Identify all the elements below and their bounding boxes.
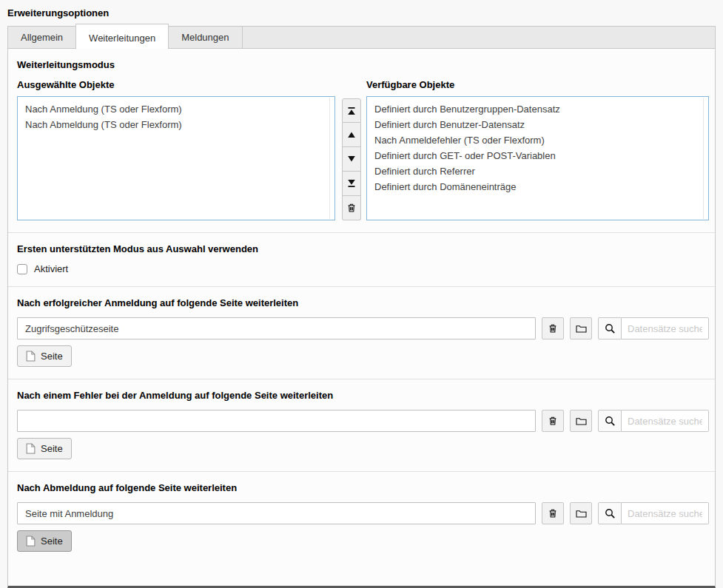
- move-to-top-icon: [347, 107, 356, 115]
- section-first-mode: Ersten unterstützten Modus aus Auswahl v…: [8, 233, 715, 287]
- folder-icon: [576, 509, 587, 518]
- clear-field-button[interactable]: [542, 410, 564, 432]
- record-search-group: [598, 502, 709, 524]
- selected-objects-label: Ausgewählte Objekte: [17, 79, 335, 90]
- folder-icon: [576, 416, 587, 425]
- first-mode-heading: Ersten unterstützten Modus aus Auswahl v…: [17, 243, 709, 254]
- redirect-after-error-heading: Nach einem Fehler bei der Anmeldung auf …: [17, 390, 709, 401]
- seite-button[interactable]: Seite: [17, 345, 72, 367]
- seite-button[interactable]: Seite: [17, 438, 72, 459]
- move-to-bottom-icon: [347, 179, 356, 188]
- clear-field-button[interactable]: [542, 317, 564, 339]
- record-search-group: [598, 410, 709, 432]
- move-to-bottom-button[interactable]: [342, 172, 361, 196]
- page-title: Erweiterungsoptionen: [7, 7, 716, 18]
- redirect-after-logout-input[interactable]: [17, 502, 536, 524]
- listbox-scrollbar[interactable]: [703, 98, 704, 219]
- redirect-after-error-input[interactable]: [17, 410, 536, 432]
- folder-icon: [576, 324, 587, 333]
- seite-button-label: Seite: [41, 535, 63, 547]
- search-button[interactable]: [598, 410, 622, 432]
- remove-item-button[interactable]: [342, 196, 361, 220]
- record-search-input[interactable]: [622, 317, 709, 339]
- section-redirect-after-logout: Nach Abmeldung auf folgende Seite weiter…: [8, 472, 715, 564]
- tab-allgemein[interactable]: Allgemein: [8, 27, 76, 48]
- list-item[interactable]: Nach Anmeldefehler (TS oder Flexform): [367, 132, 708, 148]
- list-item[interactable]: Definiert durch Benutzer-Datensatz: [367, 117, 708, 132]
- clear-field-button[interactable]: [542, 502, 564, 524]
- selected-objects-listbox[interactable]: Nach Anmeldung (TS oder Flexform) Nach A…: [17, 96, 335, 220]
- section-redirect-after-login: Nach erfolgreicher Anmeldung auf folgend…: [8, 287, 715, 379]
- list-item[interactable]: Definiert durch Benutzergruppen-Datensat…: [367, 101, 708, 117]
- browse-records-button[interactable]: [570, 502, 592, 524]
- seite-button[interactable]: Seite: [17, 530, 72, 552]
- trash-icon: [346, 203, 357, 213]
- record-search-input[interactable]: [622, 410, 709, 432]
- tab-meldungen[interactable]: Meldungen: [169, 27, 242, 48]
- seite-button-label: Seite: [41, 443, 63, 454]
- search-icon: [605, 323, 616, 334]
- page-icon: [26, 351, 36, 362]
- trash-icon: [548, 508, 558, 518]
- section-redirect-after-error: Nach einem Fehler bei der Anmeldung auf …: [8, 379, 715, 472]
- move-up-button[interactable]: [342, 123, 361, 147]
- tab-bar: Allgemein Weiterleitungen Meldungen: [7, 26, 716, 48]
- list-move-controls: [342, 98, 361, 220]
- page-icon: [26, 443, 36, 454]
- tab-panel: Weiterleitungsmodus Ausgewählte Objekte …: [7, 48, 716, 588]
- search-icon: [605, 508, 616, 519]
- section-redirect-mode: Weiterleitungsmodus Ausgewählte Objekte …: [8, 49, 715, 233]
- record-search-group: [598, 317, 709, 339]
- browse-records-button[interactable]: [570, 317, 592, 339]
- search-icon: [605, 416, 616, 427]
- redirect-mode-heading: Weiterleitungsmodus: [17, 59, 709, 70]
- trash-icon: [548, 416, 558, 426]
- list-item[interactable]: Definiert durch Domäneneinträge: [367, 179, 708, 195]
- aktiviert-checkbox[interactable]: [17, 264, 27, 274]
- move-to-top-button[interactable]: [342, 98, 361, 123]
- redirect-after-login-heading: Nach erfolgreicher Anmeldung auf folgend…: [17, 297, 709, 308]
- search-button[interactable]: [598, 502, 622, 524]
- available-objects-label: Verfügbare Objekte: [366, 79, 709, 90]
- list-item[interactable]: Nach Abmeldung (TS oder Flexform): [18, 117, 334, 132]
- redirect-after-logout-heading: Nach Abmeldung auf folgende Seite weiter…: [17, 482, 709, 493]
- browse-records-button[interactable]: [570, 410, 592, 432]
- aktiviert-checkbox-label: Aktiviert: [34, 263, 68, 274]
- move-down-icon: [347, 155, 356, 163]
- trash-icon: [548, 323, 558, 334]
- seite-button-label: Seite: [41, 351, 63, 362]
- list-item[interactable]: Definiert durch GET- oder POST-Variablen: [367, 148, 708, 163]
- search-button[interactable]: [598, 317, 622, 339]
- extension-options-form: Erweiterungsoptionen Allgemein Weiterlei…: [0, 0, 723, 588]
- redirect-after-login-input[interactable]: [17, 317, 536, 339]
- page-icon: [26, 535, 36, 547]
- record-search-input[interactable]: [622, 502, 709, 524]
- move-down-button[interactable]: [342, 147, 361, 172]
- available-objects-listbox[interactable]: Definiert durch Benutzergruppen-Datensat…: [366, 96, 709, 220]
- list-item[interactable]: Nach Anmeldung (TS oder Flexform): [18, 101, 334, 117]
- tab-weiterleitungen[interactable]: Weiterleitungen: [75, 24, 169, 49]
- listbox-scrollbar[interactable]: [329, 98, 330, 219]
- list-item[interactable]: Definiert durch Referrer: [367, 163, 708, 179]
- move-up-icon: [347, 130, 356, 139]
